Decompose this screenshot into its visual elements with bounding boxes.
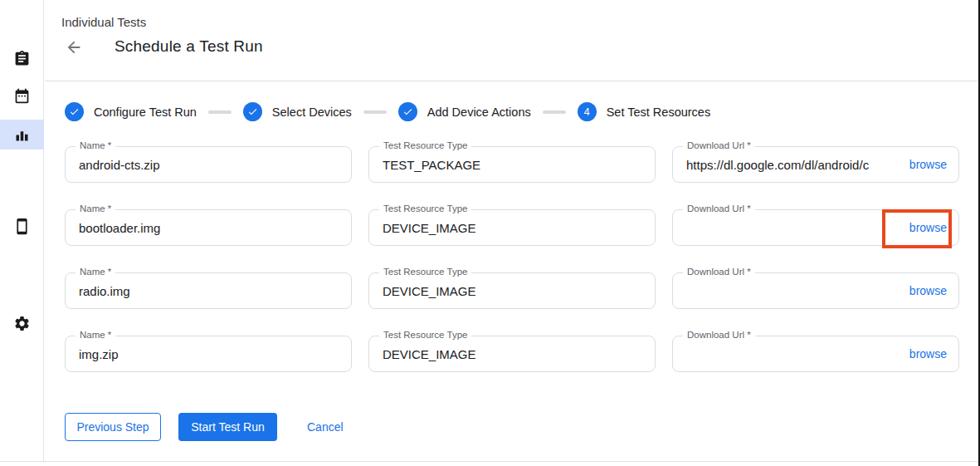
- calendar-icon: [13, 87, 31, 105]
- step-label: Set Test Resources: [607, 105, 710, 119]
- download-url-field-row3[interactable]: Download Url * browse: [672, 272, 959, 309]
- name-input[interactable]: [79, 210, 341, 245]
- form-actions: Previous Step Start Test Run Cancel: [65, 413, 344, 441]
- resource-type-field-row2[interactable]: Test Resource Type: [368, 209, 656, 246]
- step-label: Select Devices: [272, 105, 352, 119]
- step-add-device-actions[interactable]: Add Device Actions: [398, 102, 531, 121]
- app-window: Individual Tests Schedule a Test Run Con…: [0, 0, 980, 466]
- name-field-row3[interactable]: Name *: [65, 272, 352, 309]
- name-input[interactable]: [79, 147, 341, 182]
- gear-icon: [13, 315, 31, 332]
- sidebar: [0, 0, 44, 461]
- name-field-row2[interactable]: Name *: [65, 209, 352, 246]
- resource-type-field-row3[interactable]: Test Resource Type: [368, 272, 656, 309]
- bar-chart-icon: [13, 126, 31, 144]
- name-field-row1[interactable]: Name *: [65, 146, 352, 183]
- stepper: Configure Test Run Select Devices Add De…: [65, 102, 710, 121]
- step-complete-check-icon: [398, 102, 417, 121]
- step-set-test-resources[interactable]: 4 Set Test Resources: [578, 102, 710, 121]
- download-url-input[interactable]: [686, 210, 890, 245]
- download-url-field-row2[interactable]: Download Url * browse: [672, 209, 959, 246]
- sidebar-item-tests[interactable]: [0, 43, 44, 73]
- name-field-row4[interactable]: Name *: [65, 336, 352, 372]
- download-url-field-row4[interactable]: Download Url * browse: [672, 336, 959, 372]
- step-connector: [543, 110, 566, 114]
- browse-link-row1[interactable]: browse: [909, 158, 947, 171]
- start-test-run-button[interactable]: Start Test Run: [178, 413, 277, 441]
- sidebar-item-test-runs[interactable]: [0, 120, 44, 150]
- previous-step-button[interactable]: Previous Step: [65, 413, 161, 441]
- sidebar-item-devices[interactable]: [0, 211, 44, 241]
- resource-type-input[interactable]: [383, 210, 645, 245]
- resource-type-input[interactable]: [383, 147, 645, 182]
- bottom-divider: [0, 461, 978, 462]
- step-label: Configure Test Run: [94, 105, 197, 119]
- resource-type-input[interactable]: [383, 273, 645, 308]
- name-input[interactable]: [79, 336, 341, 371]
- step-complete-check-icon: [243, 102, 262, 121]
- header-divider: [45, 81, 978, 81]
- sidebar-item-schedule[interactable]: [0, 81, 44, 110]
- step-number-badge: 4: [578, 102, 597, 121]
- back-button[interactable]: [65, 38, 85, 58]
- step-connector: [363, 110, 387, 114]
- arrow-back-icon: [65, 38, 83, 56]
- step-connector: [208, 110, 232, 114]
- resource-type-input[interactable]: [383, 336, 645, 371]
- step-configure-test-run[interactable]: Configure Test Run: [65, 102, 197, 121]
- step-complete-check-icon: [65, 102, 84, 121]
- test-resources-form: Name * Test Resource Type Download Url *…: [65, 146, 959, 372]
- name-input[interactable]: [79, 273, 341, 308]
- step-select-devices[interactable]: Select Devices: [243, 102, 352, 121]
- download-url-input[interactable]: [686, 273, 890, 308]
- smartphone-icon: [13, 218, 31, 235]
- download-url-input[interactable]: [686, 147, 890, 182]
- browse-link-row4[interactable]: browse: [909, 347, 947, 361]
- download-url-input[interactable]: [686, 336, 890, 371]
- breadcrumb: Individual Tests: [61, 15, 146, 29]
- cancel-button[interactable]: Cancel: [307, 413, 344, 441]
- step-label: Add Device Actions: [427, 105, 531, 119]
- resource-type-field-row1[interactable]: Test Resource Type: [368, 146, 656, 183]
- clipboard-icon: [13, 50, 31, 67]
- sidebar-item-settings[interactable]: [0, 308, 44, 338]
- browse-link-row2[interactable]: browse: [909, 221, 947, 234]
- page-title: Schedule a Test Run: [115, 37, 263, 56]
- resource-type-field-row4[interactable]: Test Resource Type: [368, 336, 656, 372]
- download-url-field-row1[interactable]: Download Url * browse: [672, 146, 959, 183]
- browse-link-row3[interactable]: browse: [909, 284, 947, 297]
